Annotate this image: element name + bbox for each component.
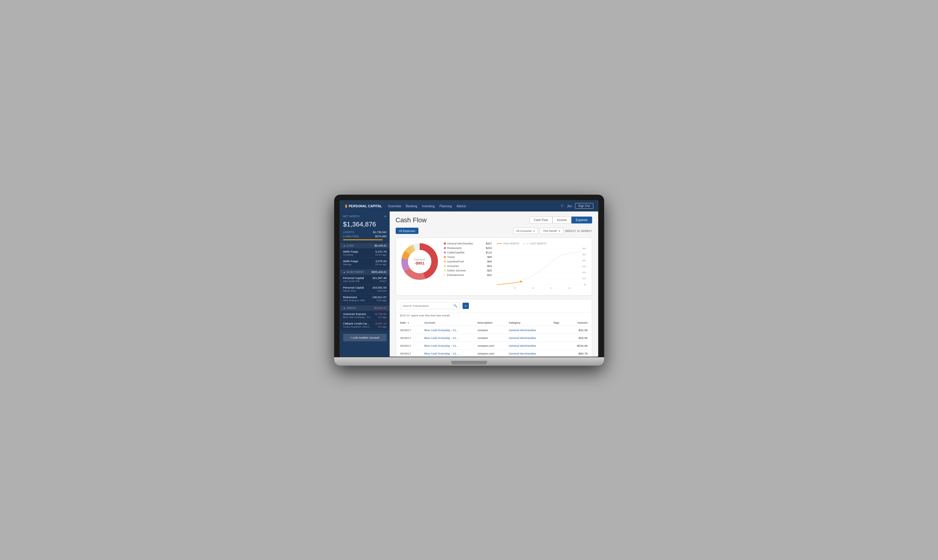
table-row[interactable]: 05/08/17 Blue Cash Everyday - X1... Amaz… [396,326,592,334]
svg-text:28: 28 [568,287,570,289]
list-item[interactable]: Wells Fargo 3,075.93 Savings 23 hrs ago [340,258,390,268]
cell-amount: -$18.95 [567,334,592,342]
cashflow-button[interactable]: Cash Flow [529,217,552,223]
svg-text:21: 21 [550,287,552,289]
chevron-down-icon: ▾ [534,230,535,232]
chevron-down-icon: ▾ [559,230,560,232]
top-nav: ▮ PERSONAL CAPITAL Overview Banking Inve… [340,201,598,211]
laptop-notch [451,361,487,365]
table-row[interactable]: 05/08/17 Blue Cash Everyday - X1... Amaz… [396,334,592,342]
date-to-label: to [577,229,580,232]
all-expenses-button[interactable]: All Expenses [396,228,419,234]
date-end: 05/09/17 [581,229,592,232]
svg-text:$2K: $2K [582,271,586,274]
assets-label: ASSETS [343,231,354,234]
list-item[interactable]: Personal Capital 261,987.48 John Smith I… [340,275,390,285]
nav-menu: Overview Banking Investing Planning Advi… [388,204,561,208]
nav-planning[interactable]: Planning [440,204,452,208]
cell-description: Amazon [474,334,504,342]
net-worth-label: NET WORTH [343,215,360,218]
cell-category[interactable]: General Merchandise [504,326,549,334]
main-content: Cash Flow Cash Flow Income Expense All E… [390,211,598,357]
donut-label: Expenses [414,258,425,261]
list-item: Groceries -$43 [444,265,492,268]
filter-bar: All Expenses All Accounts ▾ This Month ▾ [396,228,592,234]
table-row[interactable]: 05/08/17 Blue Cash Everyday - X1... Amaz… [396,342,592,349]
nav-overview[interactable]: Overview [388,204,401,208]
cell-description: Amazon [474,326,504,334]
cell-category[interactable]: General Merchandise [504,334,549,342]
svg-text:14: 14 [532,287,534,289]
filter-right: All Accounts ▾ This Month ▾ 05/01/17 to … [513,228,592,234]
cell-amount: -$244.68 [567,342,592,349]
nav-investing[interactable]: Investing [422,204,435,208]
cell-description: Amazon.com [474,349,504,357]
dashed-line-icon [523,243,529,244]
credit-section: ▲ CREDIT -$9,822.62 American Express -5,… [340,305,390,331]
list-item[interactable]: Citibank Credit Car... -4,097.10 Costco … [340,320,390,330]
flag-icon: ⚐ [561,204,564,208]
col-date[interactable]: Date ▼ [396,320,420,326]
table-row[interactable]: 05/08/17 Blue Cash Everyday - X1... Amaz… [396,349,592,357]
search-wrapper[interactable]: 🔍 [400,302,460,309]
chart-area: Expenses -$951 General Merchandise $427 [396,238,592,295]
cash-total: $8,448.62 [374,244,386,247]
filter-left: All Expenses [396,228,419,234]
logo-icon: ▮ [345,204,347,208]
svg-point-25 [520,281,522,283]
list-item: Gasoline/Fuel $56 [444,260,492,263]
nav-banking[interactable]: Banking [406,204,417,208]
investment-section-header[interactable]: ▲ INVESTMENT $905,406.81 [340,269,390,275]
col-account: Account [420,320,474,326]
search-input[interactable] [403,304,452,308]
transaction-table-body: 05/08/17 Blue Cash Everyday - X1... Amaz… [396,326,592,357]
list-item[interactable]: Wells Fargo 5,372.70 Checking 23 hrs ago [340,248,390,258]
list-item[interactable]: Retirement 130,911.67 401k Ending in 789… [340,294,390,303]
cell-date: 05/08/17 [396,349,420,357]
cash-section-header[interactable]: ▲ CASH $8,448.62 [340,243,390,248]
list-item[interactable]: Personal Capital 163,591.50 Mary's 401k … [340,285,390,294]
user-menu[interactable]: Jim [567,204,572,208]
list-item: Entertainment -$10 [444,274,492,277]
nav-advice[interactable]: Advice [457,204,466,208]
this-month-button[interactable]: This Month ▾ [540,228,563,234]
liabilities-label: LIABILITIES [343,235,359,238]
cash-label: ▲ CASH [343,244,354,247]
solid-line-icon [497,243,502,244]
add-account-icon[interactable]: + [384,214,386,218]
cell-account[interactable]: Blue Cash Everyday - X1... [420,342,474,349]
this-month-legend: THIS MONTH [497,242,519,245]
svg-text:$5K: $5K [582,254,586,255]
all-accounts-button[interactable]: All Accounts ▾ [513,228,538,234]
expense-button[interactable]: Expense [571,217,592,223]
laptop-base [334,357,604,366]
main-layout: NET WORTH + $1,364,876 ASSETS $1,738,342… [340,211,598,357]
cell-account[interactable]: Blue Cash Everyday - X1... [420,326,474,334]
cell-date: 05/08/17 [396,334,420,342]
signout-button[interactable]: Sign Out [575,203,594,209]
date-range: 05/01/17 to 05/09/17 [565,229,592,232]
cell-account[interactable]: Blue Cash Everyday - X1... [420,349,474,357]
credit-label: ▲ CREDIT [343,306,357,309]
link-account-button[interactable]: + Link Another Account [343,334,387,342]
donut-value: -$951 [414,261,425,265]
date-from: 05/01/17 [565,229,576,232]
cell-account[interactable]: Blue Cash Everyday - X1... [420,334,474,342]
cell-category[interactable]: General Merchandise [504,342,549,349]
donut-chart: Expenses -$951 [400,242,439,281]
cell-tags [549,342,567,349]
cash-section: ▲ CASH $8,448.62 Wells Fargo 5,372.70 Ch… [340,242,390,268]
cell-category[interactable]: General Merchandise [504,349,549,357]
cell-amount: -$32.99 [567,326,592,334]
investment-label: ▲ INVESTMENT [343,271,364,274]
income-button[interactable]: Income [552,217,571,223]
cell-tags [549,349,567,357]
credit-section-header[interactable]: ▲ CREDIT -$9,822.62 [340,305,390,311]
list-item[interactable]: American Express -5,725.52 Blue Cash Eve… [340,311,390,320]
svg-text:$3K: $3K [582,265,586,268]
col-description: Description [474,320,504,326]
page-header: Cash Flow Cash Flow Income Expense [396,216,592,224]
svg-text:$4K: $4K [582,260,586,262]
chart-legend: THIS MONTH LAST MONTH [497,242,587,245]
filter-icon-button[interactable]: ≡ [463,303,469,309]
